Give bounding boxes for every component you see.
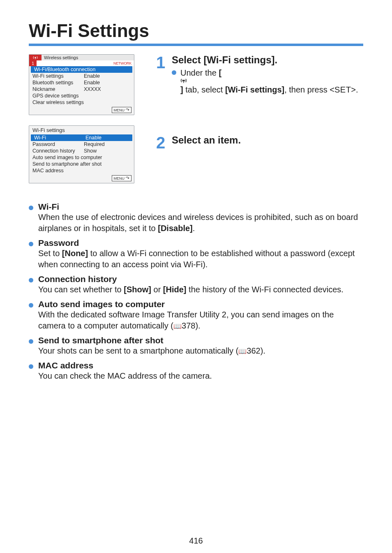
feature-auto-send-computer: Auto send images to computer With the de… <box>29 299 363 331</box>
text: ). <box>195 321 200 330</box>
lcd1-header: 1 NETWORK <box>29 60 134 66</box>
lcd1-header-num: 1 <box>29 60 37 66</box>
text: Under the <box>180 68 219 77</box>
lcd-column: Wireless settings 1 NETWORK Wi-Fi/Blueto… <box>29 54 138 194</box>
lcd2-row-value: Show <box>84 148 131 154</box>
bullet-icon <box>29 242 33 246</box>
book-icon: 📖 <box>238 347 247 356</box>
lcd1-row-label: GPS device settings <box>32 93 131 99</box>
lcd1-row-nickname[interactable]: Nickname XXXXX <box>29 86 134 93</box>
feature-body: Set to [None] to allow a Wi-Fi connectio… <box>38 248 363 270</box>
feature-title: Send to smartphone after shot <box>38 336 265 345</box>
text: , then press < <box>284 85 334 94</box>
lcd1-tab-label: Wireless settings <box>42 55 134 60</box>
step-title: Select [Wi-Fi settings]. <box>172 54 358 66</box>
lcd1-row-clear-wireless[interactable]: Clear wireless settings <box>29 99 134 106</box>
lcd2-row-send-smartphone[interactable]: Send to smartphone after shot <box>29 161 134 167</box>
step-content: Select an item. <box>172 134 241 151</box>
two-column-area: Wireless settings 1 NETWORK Wi-Fi/Blueto… <box>29 54 363 194</box>
feature-list: Wi-Fi When the use of electronic devices… <box>29 202 363 382</box>
antenna-icon <box>29 55 42 60</box>
lcd2-row-label: Wi-Fi <box>34 135 85 141</box>
lcd1-row-value: Enable <box>84 73 131 79</box>
feature-body: You can check the MAC address of the cam… <box>38 370 212 382</box>
antenna-icon <box>180 78 358 83</box>
lcd-wireless-settings: Wireless settings 1 NETWORK Wi-Fi/Blueto… <box>29 54 134 115</box>
text-bold: [Wi-Fi settings] <box>225 85 284 94</box>
feature-password: Password Set to [None] to allow a Wi-Fi … <box>29 238 363 270</box>
feature-body: With the dedicated software Image Transf… <box>38 309 363 331</box>
lcd2-row-label: Send to smartphone after shot <box>32 161 131 167</box>
lcd1-row-label: Clear wireless settings <box>32 99 131 105</box>
text: tab, select <box>183 85 225 94</box>
lcd2-row-label: MAC address <box>32 168 131 174</box>
lcd2-row-auto-send-computer[interactable]: Auto send images to computer <box>29 154 134 161</box>
lcd2-menu-button[interactable]: MENU ↶ <box>112 175 132 181</box>
lcd2-row-label: Password <box>32 141 84 147</box>
text: the history of the Wi-Fi connected devic… <box>187 285 344 294</box>
feature-body: When the use of electronic devices and w… <box>38 212 363 234</box>
feature-mac-address: MAC address You can check the MAC addres… <box>29 361 363 382</box>
feature-body: You can set whether to [Show] or [Hide] … <box>38 284 344 295</box>
lcd1-row-label: Nickname <box>32 86 84 92</box>
text: You can set whether to <box>38 285 124 294</box>
lcd2-footer: MENU ↶ <box>29 174 134 183</box>
text: You can check the MAC address of the cam… <box>38 371 212 380</box>
text-bold: [Disable] <box>158 224 192 233</box>
text: Set to <box>38 249 62 258</box>
feature-connection-history: Connection history You can set whether t… <box>29 274 363 295</box>
lcd1-row-label: Bluetooth settings <box>32 80 84 86</box>
lcd2-row-connection-history[interactable]: Connection history Show <box>29 148 134 154</box>
lcd-wifi-settings: Wi-Fi settings Wi-Fi Enable Password Req… <box>29 125 134 183</box>
set-label: SET <box>334 85 351 94</box>
text-bold: [None] <box>62 249 88 258</box>
step-content: Select [Wi-Fi settings]. Under the [] ta… <box>172 54 358 95</box>
feature-title: Auto send images to computer <box>38 299 363 309</box>
step-1: 1 Select [Wi-Fi settings]. Under the [] … <box>156 54 363 95</box>
text: . <box>193 224 195 233</box>
lcd1-tabbar: Wireless settings <box>29 55 134 60</box>
step-number: 1 <box>156 54 168 95</box>
lcd2-row-label: Auto send images to computer <box>32 155 131 160</box>
menu-label: MENU <box>114 176 125 180</box>
page-number: 416 <box>0 536 392 546</box>
lcd2-row-value: Enable <box>85 135 129 141</box>
page: Wi-Fi Settings Wireless settings 1 NETWO… <box>0 0 392 553</box>
text: ] <box>180 85 183 94</box>
bullet-icon <box>172 70 176 75</box>
page-title: Wi-Fi Settings <box>29 21 363 41</box>
feature-wifi: Wi-Fi When the use of electronic devices… <box>29 202 363 234</box>
title-underline <box>29 44 363 46</box>
text: or <box>151 285 163 294</box>
lcd1-row-value: XXXXX <box>84 86 131 92</box>
page-ref: 362 <box>247 346 260 355</box>
bullet-icon <box>29 364 33 369</box>
lcd1-footer: MENU ↶ <box>29 106 134 115</box>
feature-title: Password <box>38 238 363 248</box>
text: ). <box>261 346 265 355</box>
text: When the use of electronic devices and w… <box>38 213 358 233</box>
lcd2-row-mac-address[interactable]: MAC address <box>29 167 134 174</box>
lcd2-row-label: Connection history <box>32 148 84 154</box>
lcd1-row-bluetooth-settings[interactable]: Bluetooth settings Enable <box>29 79 134 86</box>
bullet-icon <box>29 278 33 282</box>
lcd2-row-wifi[interactable]: Wi-Fi Enable <box>31 134 132 141</box>
lcd1-row-label: Wi-Fi settings <box>32 73 84 79</box>
lcd1-row-wifi-settings[interactable]: Wi-Fi settings Enable <box>29 73 134 79</box>
lcd2-title: Wi-Fi settings <box>29 126 134 134</box>
steps-column: 1 Select [Wi-Fi settings]. Under the [] … <box>156 54 363 151</box>
bullet-icon <box>29 206 33 210</box>
step-body: Under the [] tab, select [Wi-Fi settings… <box>180 67 358 95</box>
lcd1-row-wifi-bt-connection[interactable]: Wi-Fi/Bluetooth connection <box>31 66 132 73</box>
lcd1-row-gps-device[interactable]: GPS device settings <box>29 93 134 99</box>
step-2: 2 Select an item. <box>156 134 363 151</box>
page-ref: 378 <box>182 321 195 330</box>
lcd2-row-password[interactable]: Password Required <box>29 141 134 148</box>
lcd2-row-value: Required <box>84 141 131 147</box>
lcd1-menu-button[interactable]: MENU ↶ <box>112 107 132 113</box>
menu-label: MENU <box>114 108 125 112</box>
feature-title: MAC address <box>38 361 212 370</box>
step-title: Select an item. <box>172 134 241 146</box>
lcd1-header-right: NETWORK <box>37 60 134 66</box>
text-bold: [Show] <box>124 285 151 294</box>
